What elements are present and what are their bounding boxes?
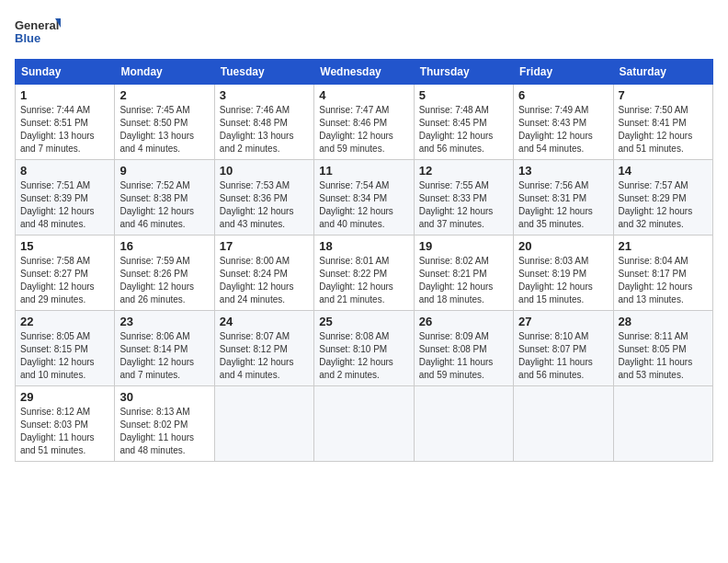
day-cell-22: 22 Sunrise: 8:05 AMSunset: 8:15 PMDaylig… (16, 311, 115, 386)
col-sunday: Sunday (16, 60, 115, 85)
day-info: Sunrise: 7:53 AMSunset: 8:36 PMDaylight:… (220, 179, 309, 231)
day-number: 30 (119, 390, 209, 404)
day-number: 28 (619, 315, 708, 328)
day-number: 25 (319, 315, 408, 328)
day-cell-17: 17 Sunrise: 8:00 AMSunset: 8:24 PMDaylig… (214, 236, 313, 311)
day-info: Sunrise: 7:55 AMSunset: 8:33 PMDaylight:… (419, 179, 508, 231)
day-number: 3 (220, 88, 309, 102)
calendar-week-5: 29 Sunrise: 8:12 AMSunset: 8:03 PMDaylig… (16, 386, 713, 462)
day-number: 19 (419, 239, 508, 253)
day-number: 9 (119, 164, 209, 178)
empty-cell (613, 386, 712, 462)
col-tuesday: Tuesday (214, 60, 313, 85)
day-number: 24 (220, 315, 309, 328)
day-cell-13: 13 Sunrise: 7:56 AMSunset: 8:31 PMDaylig… (514, 160, 613, 236)
day-info: Sunrise: 7:50 AMSunset: 8:41 PMDaylight:… (619, 104, 708, 155)
day-info: Sunrise: 7:54 AMSunset: 8:34 PMDaylight:… (319, 179, 408, 231)
calendar-week-1: 1 Sunrise: 7:44 AMSunset: 8:51 PMDayligh… (16, 85, 713, 160)
col-wednesday: Wednesday (314, 60, 414, 85)
day-info: Sunrise: 8:09 AMSunset: 8:08 PMDaylight:… (419, 330, 508, 382)
day-number: 1 (20, 88, 109, 102)
col-monday: Monday (115, 60, 214, 85)
day-number: 18 (319, 239, 408, 253)
day-cell-2: 2 Sunrise: 7:45 AMSunset: 8:50 PMDayligh… (115, 85, 214, 160)
day-number: 5 (419, 88, 508, 102)
day-info: Sunrise: 7:45 AMSunset: 8:50 PMDaylight:… (119, 104, 209, 155)
day-number: 6 (518, 88, 608, 102)
calendar-week-3: 15 Sunrise: 7:58 AMSunset: 8:27 PMDaylig… (16, 236, 713, 311)
day-cell-5: 5 Sunrise: 7:48 AMSunset: 8:45 PMDayligh… (414, 85, 513, 160)
day-info: Sunrise: 7:52 AMSunset: 8:38 PMDaylight:… (119, 179, 209, 231)
calendar-week-2: 8 Sunrise: 7:51 AMSunset: 8:39 PMDayligh… (16, 160, 713, 236)
empty-cell (314, 386, 414, 462)
day-cell-21: 21 Sunrise: 8:04 AMSunset: 8:17 PMDaylig… (613, 236, 712, 311)
col-saturday: Saturday (613, 60, 712, 85)
day-number: 14 (619, 164, 708, 178)
day-number: 21 (619, 239, 708, 253)
day-info: Sunrise: 7:49 AMSunset: 8:43 PMDaylight:… (518, 104, 608, 155)
day-number: 15 (20, 239, 109, 253)
day-info: Sunrise: 8:13 AMSunset: 8:02 PMDaylight:… (119, 406, 209, 457)
calendar-table: Sunday Monday Tuesday Wednesday Thursday… (15, 59, 713, 462)
day-cell-16: 16 Sunrise: 7:59 AMSunset: 8:26 PMDaylig… (115, 236, 214, 311)
day-number: 29 (20, 390, 109, 404)
day-number: 27 (518, 315, 608, 328)
day-info: Sunrise: 8:11 AMSunset: 8:05 PMDaylight:… (619, 330, 708, 382)
svg-text:General: General (15, 18, 59, 32)
day-cell-11: 11 Sunrise: 7:54 AMSunset: 8:34 PMDaylig… (314, 160, 414, 236)
day-info: Sunrise: 8:07 AMSunset: 8:12 PMDaylight:… (220, 330, 309, 382)
day-info: Sunrise: 8:08 AMSunset: 8:10 PMDaylight:… (319, 330, 408, 382)
day-cell-25: 25 Sunrise: 8:08 AMSunset: 8:10 PMDaylig… (314, 311, 414, 386)
day-number: 4 (319, 88, 408, 102)
calendar-week-4: 22 Sunrise: 8:05 AMSunset: 8:15 PMDaylig… (16, 311, 713, 386)
day-cell-14: 14 Sunrise: 7:57 AMSunset: 8:29 PMDaylig… (613, 160, 712, 236)
day-cell-1: 1 Sunrise: 7:44 AMSunset: 8:51 PMDayligh… (16, 85, 115, 160)
day-cell-9: 9 Sunrise: 7:52 AMSunset: 8:38 PMDayligh… (115, 160, 214, 236)
day-cell-30: 30 Sunrise: 8:13 AMSunset: 8:02 PMDaylig… (115, 386, 214, 462)
day-info: Sunrise: 7:59 AMSunset: 8:26 PMDaylight:… (119, 255, 209, 306)
svg-text:Blue: Blue (15, 31, 40, 45)
day-info: Sunrise: 8:12 AMSunset: 8:03 PMDaylight:… (20, 406, 109, 457)
day-info: Sunrise: 7:51 AMSunset: 8:39 PMDaylight:… (20, 179, 109, 231)
day-cell-4: 4 Sunrise: 7:47 AMSunset: 8:46 PMDayligh… (314, 85, 414, 160)
empty-cell (214, 386, 313, 462)
day-cell-8: 8 Sunrise: 7:51 AMSunset: 8:39 PMDayligh… (16, 160, 115, 236)
day-number: 26 (419, 315, 508, 328)
day-cell-24: 24 Sunrise: 8:07 AMSunset: 8:12 PMDaylig… (214, 311, 313, 386)
day-info: Sunrise: 7:48 AMSunset: 8:45 PMDaylight:… (419, 104, 508, 155)
day-number: 16 (119, 239, 209, 253)
day-cell-10: 10 Sunrise: 7:53 AMSunset: 8:36 PMDaylig… (214, 160, 313, 236)
day-info: Sunrise: 8:00 AMSunset: 8:24 PMDaylight:… (220, 255, 309, 306)
day-number: 10 (220, 164, 309, 178)
day-cell-3: 3 Sunrise: 7:46 AMSunset: 8:48 PMDayligh… (214, 85, 313, 160)
day-cell-27: 27 Sunrise: 8:10 AMSunset: 8:07 PMDaylig… (514, 311, 613, 386)
day-cell-19: 19 Sunrise: 8:02 AMSunset: 8:21 PMDaylig… (414, 236, 513, 311)
day-info: Sunrise: 8:06 AMSunset: 8:14 PMDaylight:… (119, 330, 209, 382)
day-info: Sunrise: 8:04 AMSunset: 8:17 PMDaylight:… (619, 255, 708, 306)
day-cell-26: 26 Sunrise: 8:09 AMSunset: 8:08 PMDaylig… (414, 311, 513, 386)
day-info: Sunrise: 7:56 AMSunset: 8:31 PMDaylight:… (518, 179, 608, 231)
day-cell-12: 12 Sunrise: 7:55 AMSunset: 8:33 PMDaylig… (414, 160, 513, 236)
day-info: Sunrise: 8:05 AMSunset: 8:15 PMDaylight:… (20, 330, 109, 382)
day-number: 13 (518, 164, 608, 178)
logo-svg: General Blue (15, 15, 61, 52)
empty-cell (514, 386, 613, 462)
day-number: 23 (119, 315, 209, 328)
day-info: Sunrise: 8:01 AMSunset: 8:22 PMDaylight:… (319, 255, 408, 306)
day-number: 7 (619, 88, 708, 102)
day-cell-6: 6 Sunrise: 7:49 AMSunset: 8:43 PMDayligh… (514, 85, 613, 160)
day-number: 17 (220, 239, 309, 253)
day-cell-23: 23 Sunrise: 8:06 AMSunset: 8:14 PMDaylig… (115, 311, 214, 386)
day-info: Sunrise: 7:58 AMSunset: 8:27 PMDaylight:… (20, 255, 109, 306)
day-info: Sunrise: 8:02 AMSunset: 8:21 PMDaylight:… (419, 255, 508, 306)
day-info: Sunrise: 7:46 AMSunset: 8:48 PMDaylight:… (220, 104, 309, 155)
day-number: 22 (20, 315, 109, 328)
day-info: Sunrise: 7:57 AMSunset: 8:29 PMDaylight:… (619, 179, 708, 231)
day-info: Sunrise: 8:03 AMSunset: 8:19 PMDaylight:… (518, 255, 608, 306)
day-cell-29: 29 Sunrise: 8:12 AMSunset: 8:03 PMDaylig… (16, 386, 115, 462)
day-cell-18: 18 Sunrise: 8:01 AMSunset: 8:22 PMDaylig… (314, 236, 414, 311)
day-number: 2 (119, 88, 209, 102)
calendar-header-row: Sunday Monday Tuesday Wednesday Thursday… (16, 60, 713, 85)
page-header: General Blue (15, 15, 713, 52)
day-info: Sunrise: 8:10 AMSunset: 8:07 PMDaylight:… (518, 330, 608, 382)
